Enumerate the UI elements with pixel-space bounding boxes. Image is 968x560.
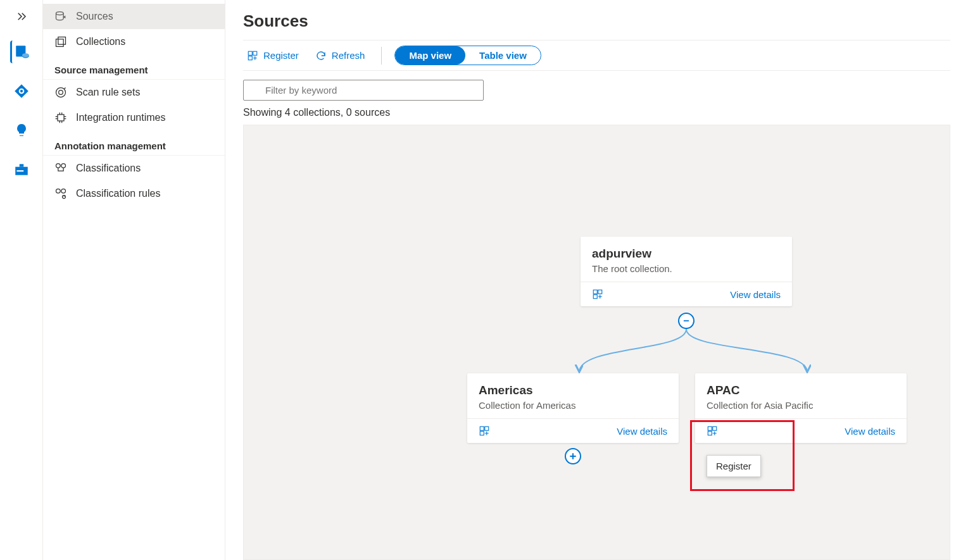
- nav-classification-rules[interactable]: Classification rules: [43, 181, 225, 206]
- card-desc: Collection for Americas: [479, 400, 667, 411]
- register-button[interactable]: Register: [243, 47, 303, 64]
- nav-scan-rule-sets-label: Scan rule sets: [76, 87, 140, 98]
- card-title: adpurview: [592, 247, 781, 261]
- tree-connector: [465, 320, 908, 377]
- filter-input[interactable]: [243, 80, 484, 101]
- svg-rect-24: [598, 290, 602, 294]
- target-icon: [54, 86, 67, 99]
- svg-point-17: [56, 189, 61, 194]
- view-details-link[interactable]: View details: [617, 426, 667, 437]
- filter-row: [243, 71, 950, 107]
- refresh-label: Refresh: [332, 50, 365, 61]
- toolbar-separator: [381, 47, 382, 65]
- nav-section-annotation-mgmt: Annotation management: [43, 134, 225, 156]
- svg-rect-23: [593, 290, 597, 294]
- nav-collections[interactable]: Collections: [43, 29, 225, 54]
- svg-point-13: [59, 90, 63, 95]
- chevron-right-double-icon: [16, 11, 27, 22]
- classification-rules-icon: [54, 187, 67, 200]
- svg-point-16: [61, 164, 66, 168]
- svg-rect-8: [16, 170, 23, 171]
- nav-section-source-mgmt: Source management: [43, 58, 225, 80]
- rail-data-catalog-icon[interactable]: [10, 80, 33, 103]
- svg-rect-22: [248, 56, 252, 59]
- collection-card-root[interactable]: adpurview The root collection. View deta…: [581, 237, 792, 306]
- table-view-toggle[interactable]: Table view: [465, 46, 541, 65]
- register-tooltip: Register: [707, 455, 761, 477]
- svg-point-5: [20, 90, 22, 92]
- nav-classification-rules-label: Classification rules: [76, 188, 160, 199]
- map-view-toggle[interactable]: Map view: [395, 46, 465, 65]
- nav-classifications-label: Classifications: [76, 163, 141, 174]
- runtime-icon: [54, 111, 67, 124]
- add-child-button[interactable]: [565, 448, 581, 464]
- nav-sources[interactable]: Sources: [43, 4, 225, 29]
- nav-classifications[interactable]: Classifications: [43, 156, 225, 181]
- svg-rect-28: [480, 432, 484, 435]
- svg-rect-26: [480, 426, 484, 430]
- main-content: Sources Register Refresh Map view Table …: [225, 0, 968, 560]
- register-source-icon[interactable]: [479, 425, 490, 437]
- svg-point-9: [56, 12, 64, 15]
- nav-sources-label: Sources: [76, 11, 113, 22]
- card-desc: The root collection.: [592, 263, 781, 274]
- svg-rect-25: [593, 295, 597, 299]
- svg-point-2: [22, 53, 29, 58]
- nav-integration-runtimes[interactable]: Integration runtimes: [43, 105, 225, 130]
- refresh-icon: [315, 50, 327, 61]
- view-toggle: Map view Table view: [394, 46, 541, 65]
- nav-collections-label: Collections: [76, 36, 125, 47]
- rail-insights-icon[interactable]: [10, 119, 33, 142]
- nav-scan-rule-sets[interactable]: Scan rule sets: [43, 80, 225, 105]
- register-icon: [247, 50, 258, 61]
- toolbar: Register Refresh Map view Table view: [243, 40, 950, 71]
- page-title: Sources: [243, 11, 950, 31]
- collection-card-americas[interactable]: Americas Collection for Americas View de…: [467, 373, 679, 443]
- rail-data-map-icon[interactable]: [10, 40, 33, 63]
- nav-integration-runtimes-label: Integration runtimes: [76, 112, 165, 123]
- refresh-button[interactable]: Refresh: [311, 47, 369, 64]
- svg-point-15: [56, 164, 61, 168]
- register-label: Register: [263, 50, 299, 61]
- results-summary: Showing 4 collections, 0 sources: [243, 107, 950, 125]
- map-canvas[interactable]: adpurview The root collection. View deta…: [243, 125, 950, 560]
- rail-management-icon[interactable]: [10, 158, 33, 181]
- view-details-link[interactable]: View details: [730, 289, 781, 300]
- svg-rect-7: [19, 164, 23, 166]
- svg-rect-10: [56, 39, 64, 47]
- svg-rect-11: [58, 37, 66, 45]
- svg-rect-20: [248, 51, 252, 55]
- card-title: Americas: [479, 383, 667, 397]
- side-navigation: Sources Collections Source management Sc…: [43, 0, 225, 560]
- source-icon: [54, 10, 67, 23]
- svg-rect-14: [58, 115, 64, 121]
- expand-nav-button[interactable]: [14, 9, 29, 24]
- card-title: APAC: [707, 383, 895, 397]
- card-desc: Collection for Asia Pacific: [707, 400, 895, 411]
- register-source-icon[interactable]: [592, 289, 603, 300]
- svg-point-18: [61, 189, 66, 194]
- icon-rail: [0, 0, 43, 560]
- view-details-link[interactable]: View details: [845, 426, 895, 437]
- svg-rect-27: [485, 426, 489, 430]
- classification-icon: [54, 162, 67, 175]
- svg-rect-21: [253, 51, 257, 55]
- collections-icon: [54, 35, 67, 48]
